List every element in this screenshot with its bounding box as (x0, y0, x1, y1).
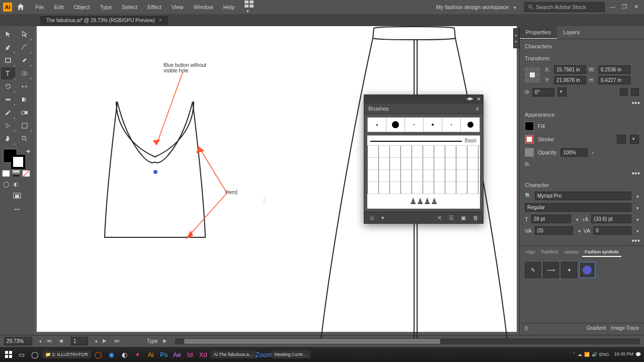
tray-wifi-icon[interactable]: 📶 (584, 352, 590, 357)
panel-collapse-icon[interactable]: ◀▶ (466, 96, 473, 103)
fill-color-swatch[interactable] (525, 122, 534, 131)
leading-input[interactable] (591, 215, 631, 223)
edit-toolbar-icon[interactable]: ••• (1, 203, 33, 215)
menu-window[interactable]: Window (190, 2, 217, 12)
transform-more-icon[interactable]: ••• (520, 99, 644, 108)
tab-appear[interactable]: Appear (561, 248, 581, 257)
symbol-thumb-3[interactable]: ✦ (561, 262, 577, 278)
brush-stitch-rows[interactable]: ♟♟♟♟ (367, 145, 480, 209)
rotate-tool[interactable] (1, 80, 15, 93)
width-tool[interactable] (1, 94, 15, 106)
brush-thumbnails[interactable] (367, 117, 480, 132)
swap-fill-stroke-icon[interactable] (25, 149, 31, 155)
transform-x-input[interactable] (554, 65, 586, 74)
color-mode-none[interactable] (22, 170, 30, 177)
appearance-more-icon[interactable]: ••• (520, 169, 644, 178)
menu-edit[interactable]: Edit (50, 2, 68, 12)
taskbar-app-zoom[interactable]: Zoom (259, 349, 270, 360)
stroke-weight-stepper[interactable] (617, 135, 626, 144)
document-tab[interactable]: The fabulous.ai* @ 29.73% (RGB/GPU Previ… (40, 15, 168, 25)
canvas[interactable]: Blue button without visible hole Hem I ◀… (34, 26, 519, 335)
home-icon[interactable] (16, 3, 25, 12)
hand-tool[interactable] (1, 133, 15, 145)
tray-notifications-icon[interactable]: 💬 (635, 352, 641, 357)
opacity-swatch[interactable] (525, 148, 534, 157)
panel-collapse-handle[interactable]: ▸▸ (513, 28, 519, 48)
panel-close-icon[interactable]: ✕ (476, 96, 481, 103)
taskbar-zoom-meeting[interactable]: Meeting Contr… (272, 350, 311, 358)
fill-stroke-swatch[interactable] (1, 148, 33, 168)
stroke-profile-dropdown[interactable] (630, 135, 639, 144)
brush-libraries-menu-icon[interactable]: ▾ (378, 214, 387, 222)
tab-gradient[interactable]: Gradient (587, 325, 606, 331)
menu-help[interactable]: Help (219, 2, 239, 12)
system-tray[interactable]: ˄ ☁ 📶 🔊 ENG 10:45 PM 💬 (573, 352, 641, 357)
search-font-icon[interactable]: 🔍 (525, 193, 532, 199)
taskbar-doc[interactable]: Ai The fabulous.a… (211, 350, 257, 358)
color-mode-gradient[interactable] (12, 170, 20, 177)
remove-brush-stroke-icon[interactable]: ✕ (435, 214, 444, 222)
paintbrush-tool[interactable] (18, 54, 32, 66)
tab-pathfinder[interactable]: Pathfind (539, 248, 560, 257)
taskbar-app-ai[interactable]: Ai (145, 349, 156, 360)
taskbar-app-creative[interactable]: ✦ (132, 349, 143, 360)
brushes-panel[interactable]: ◀▶ ✕ Brushes ≡ Basic (364, 95, 484, 224)
reference-point-grid[interactable] (525, 67, 540, 82)
artboard-tool[interactable] (18, 120, 32, 132)
flip-horizontal-icon[interactable] (620, 88, 628, 96)
next-artboard-icon[interactable]: ▶ (103, 338, 110, 345)
tray-cloud-icon[interactable]: ☁ (578, 352, 582, 357)
color-mode-solid[interactable] (2, 170, 10, 177)
brush-basic-row[interactable]: Basic (367, 135, 480, 145)
close-tab-icon[interactable]: × (159, 18, 162, 23)
taskbar-app-ps[interactable]: Ps (158, 349, 170, 360)
status-dropdown-icon[interactable]: ▶ (163, 338, 170, 345)
menu-select[interactable]: Select (118, 2, 141, 12)
taskbar-app-chrome[interactable]: ◐ (119, 349, 130, 360)
horizontal-scrollbar[interactable] (175, 338, 640, 344)
menu-effect[interactable]: Effect (143, 2, 166, 12)
taskbar-app-xd[interactable]: Xd (198, 349, 209, 360)
brush-zipper-row[interactable]: ♟♟♟♟ (367, 194, 480, 209)
tracking-dropdown[interactable] (634, 228, 639, 234)
zoom-input[interactable] (4, 337, 32, 345)
draw-behind-icon[interactable]: ◐ (12, 180, 20, 188)
taskbar-folder[interactable]: 📁 2. ILLUSTRATOR (42, 350, 91, 358)
font-style-dropdown[interactable] (634, 205, 639, 211)
draw-normal-icon[interactable]: ◯ (2, 180, 10, 188)
font-family-dropdown[interactable] (634, 193, 639, 199)
reflect-tool[interactable] (18, 80, 32, 93)
tray-chevron-icon[interactable]: ˄ (573, 352, 576, 357)
window-min-icon[interactable]: — (610, 4, 617, 11)
curvature-tool[interactable] (18, 41, 32, 53)
blend-tool[interactable] (18, 107, 32, 119)
prev-artboard-icon[interactable]: ◀ (59, 338, 66, 345)
zoom-dropdown[interactable] (37, 338, 42, 344)
tray-clock[interactable]: 10:45 PM (614, 352, 633, 357)
eyedropper-tool[interactable] (1, 107, 15, 119)
taskbar-app-edge[interactable]: ◉ (106, 349, 117, 360)
font-size-input[interactable] (531, 215, 572, 223)
fx-label[interactable]: fx. (520, 159, 644, 169)
tab-properties[interactable]: Properties (520, 26, 557, 39)
transform-w-input[interactable] (598, 65, 630, 74)
zoom-tool[interactable] (18, 133, 32, 145)
symbol-library-icon[interactable]: ⎙ (525, 325, 528, 331)
direct-selection-tool[interactable] (18, 28, 32, 40)
artboard-dropdown[interactable] (93, 338, 98, 344)
tab-fashion-symbols[interactable]: Fashion symbols (582, 248, 621, 257)
menu-type[interactable]: Type (96, 2, 116, 12)
taskview-icon[interactable]: ▭ (16, 349, 27, 360)
arrange-icon[interactable] (240, 0, 258, 16)
transform-y-input[interactable] (554, 76, 586, 84)
symbol-thumb-4[interactable] (579, 262, 595, 278)
kerning-input[interactable] (535, 226, 573, 235)
panel-menu-icon[interactable]: ≡ (476, 106, 479, 112)
type-tool[interactable]: T (1, 67, 15, 79)
window-close-icon[interactable]: ✕ (634, 4, 641, 11)
font-style-input[interactable] (525, 203, 631, 212)
character-more-icon[interactable]: ••• (520, 236, 644, 245)
tab-align[interactable]: Align (523, 248, 538, 257)
tab-layers[interactable]: Layers (557, 26, 586, 39)
search-stock[interactable]: Search Adobe Stock (524, 2, 605, 12)
